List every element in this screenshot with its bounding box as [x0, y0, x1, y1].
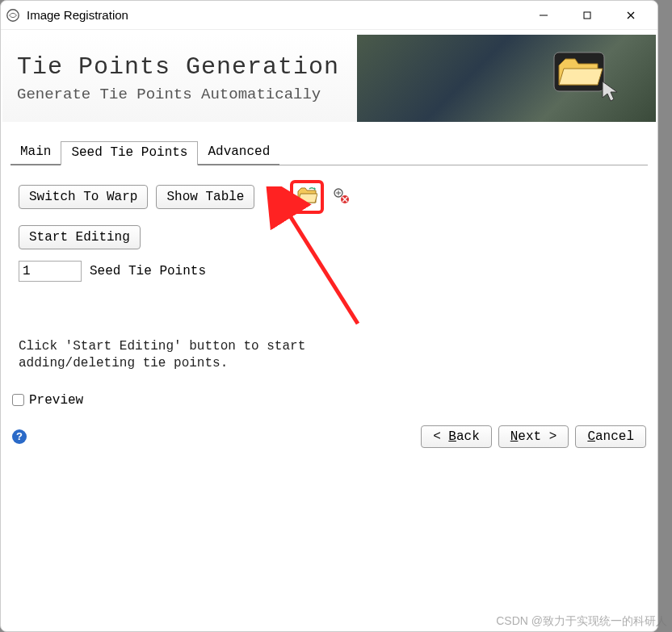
maximize-button[interactable]: [565, 3, 609, 27]
switch-to-warp-button[interactable]: Switch To Warp: [19, 185, 148, 209]
start-editing-row: Start Editing: [19, 225, 640, 249]
dialog-window: Image Registration Tie Points Generation…: [0, 0, 658, 632]
cancel-button[interactable]: Cancel: [575, 425, 646, 448]
banner-subtitle: Generate Tie Points Automatically: [17, 86, 342, 103]
tab-content: Switch To Warp Show Table Start Editing …: [10, 165, 648, 387]
seed-count-label: Seed Tie Points: [90, 264, 206, 278]
tab-strip: Main Seed Tie Points Advanced: [10, 141, 648, 165]
close-button[interactable]: [609, 3, 653, 27]
watermark: CSDN @致力于实现统一的科研人: [496, 614, 667, 629]
svg-rect-2: [584, 12, 590, 19]
open-file-highlight: [290, 180, 324, 214]
help-icon[interactable]: ?: [12, 429, 27, 444]
folder-large-icon: [551, 49, 607, 94]
preview-checkbox[interactable]: [12, 394, 24, 406]
tab-seed-tie-points[interactable]: Seed Tie Points: [61, 141, 198, 165]
banner-image: [357, 35, 656, 122]
seed-count-row: Seed Tie Points: [19, 261, 640, 282]
hint-text: Click 'Start Editing' button to start ad…: [19, 338, 358, 372]
tab-main[interactable]: Main: [10, 141, 61, 165]
back-button[interactable]: < Back: [421, 425, 492, 448]
svg-marker-6: [314, 187, 316, 190]
open-folder-icon[interactable]: [296, 186, 317, 208]
preview-row: Preview: [12, 393, 646, 408]
seed-count-input[interactable]: [19, 261, 82, 282]
preview-label: Preview: [29, 393, 83, 408]
titlebar: Image Registration: [1, 1, 657, 30]
nav-buttons: < Back Next > Cancel: [421, 425, 646, 448]
banner-text-area: Tie Points Generation Generate Tie Point…: [2, 35, 357, 122]
banner: Tie Points Generation Generate Tie Point…: [2, 35, 656, 122]
minimize-button[interactable]: [522, 3, 565, 27]
next-button[interactable]: Next >: [498, 425, 569, 448]
window-title: Image Registration: [27, 8, 522, 22]
tab-area: Main Seed Tie Points Advanced Switch To …: [1, 141, 657, 387]
start-editing-button[interactable]: Start Editing: [19, 225, 141, 249]
delete-points-icon[interactable]: [332, 186, 350, 208]
cursor-icon: [601, 80, 622, 106]
app-icon: [6, 8, 20, 23]
window-controls: [522, 3, 653, 27]
toolbar-row: Switch To Warp Show Table: [19, 180, 640, 214]
footer-buttons: ? < Back Next > Cancel: [12, 425, 646, 448]
banner-title: Tie Points Generation: [17, 53, 342, 81]
show-table-button[interactable]: Show Table: [156, 185, 254, 209]
tab-advanced[interactable]: Advanced: [198, 141, 279, 165]
footer: Preview ? < Back Next > Cancel: [1, 387, 657, 461]
